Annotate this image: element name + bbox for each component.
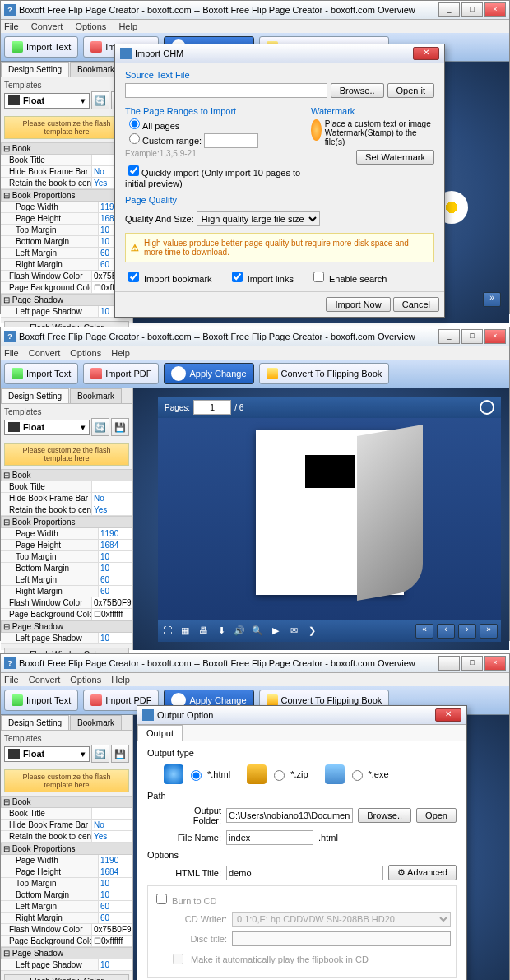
menu-options[interactable]: Options <box>70 675 101 685</box>
quality-select[interactable]: High quality large file size <box>197 211 320 226</box>
tab-design-setting[interactable]: Design Setting <box>1 388 69 403</box>
search-icon[interactable] <box>480 400 494 415</box>
page-input[interactable] <box>193 400 231 415</box>
fullscreen-icon[interactable]: ⛶ <box>161 625 173 637</box>
menubar: FileConvertOptionsHelp <box>1 673 509 686</box>
refresh-icon <box>171 366 186 381</box>
sound-icon[interactable]: 🔊 <box>234 625 245 637</box>
html-radio[interactable] <box>191 770 202 781</box>
import-chm-dialog: Import CHM✕ Source Text File Browse.. Op… <box>114 44 445 318</box>
import-now-button[interactable]: Import Now <box>326 297 390 312</box>
maximize-button[interactable]: □ <box>461 329 483 344</box>
import-text-button[interactable]: Import Text <box>4 363 78 384</box>
exe-icon <box>325 764 345 784</box>
page-flip <box>357 425 423 601</box>
open-folder-button[interactable]: Open <box>416 808 457 823</box>
output-option-dialog: Output Option✕ Output Output type *.html… <box>137 705 467 980</box>
nav-next[interactable]: » <box>483 292 501 307</box>
last-page-button[interactable]: » <box>480 624 498 639</box>
html-title-input[interactable] <box>226 866 383 880</box>
menu-convert[interactable]: Convert <box>29 348 61 358</box>
quickly-import-check[interactable] <box>128 165 139 176</box>
menu-file[interactable]: File <box>4 21 19 31</box>
next-page-button[interactable]: › <box>458 624 476 639</box>
tab-design-setting[interactable]: Design Setting <box>1 62 69 77</box>
left-pane: Design SettingBookmark Templates Float▾🔄… <box>1 715 133 980</box>
disc-title-input <box>232 931 451 946</box>
prev-page-button[interactable]: ‹ <box>437 624 455 639</box>
custom-range-radio[interactable] <box>129 133 140 144</box>
email-icon[interactable]: ✉ <box>288 625 299 637</box>
menu-options[interactable]: Options <box>75 21 106 31</box>
preview-body[interactable] <box>158 418 501 620</box>
download-icon[interactable]: ⬇ <box>216 625 227 637</box>
menu-convert[interactable]: Convert <box>29 675 61 685</box>
app-icon: ? <box>4 4 16 16</box>
dialog-close-button[interactable]: ✕ <box>435 708 461 722</box>
browse-folder-button[interactable]: Browse.. <box>358 808 411 823</box>
minimize-button[interactable]: _ <box>438 2 460 17</box>
template-refresh-button[interactable]: 🔄 <box>91 418 109 436</box>
output-folder-input[interactable] <box>226 808 353 823</box>
advanced-button[interactable]: ⚙ Advanced <box>388 865 457 880</box>
tab-bookmark[interactable]: Bookmark <box>70 715 122 730</box>
import-pdf-button[interactable]: Import PDF <box>83 363 159 384</box>
custom-range-input[interactable] <box>204 133 258 148</box>
menu-convert[interactable]: Convert <box>31 21 63 31</box>
set-watermark-button[interactable]: Set Watermark <box>356 150 434 165</box>
menu-help[interactable]: Help <box>118 21 137 31</box>
maximize-button[interactable]: □ <box>461 656 483 671</box>
first-page-button[interactable]: « <box>415 624 434 639</box>
tab-design-setting[interactable]: Design Setting <box>1 715 69 730</box>
convert-button[interactable]: Convert To Flipping Book <box>259 363 390 384</box>
browse-button[interactable]: Browse.. <box>331 83 384 98</box>
dialog-close-button[interactable]: ✕ <box>413 47 439 60</box>
import-links-check[interactable] <box>232 272 243 282</box>
menu-file[interactable]: File <box>4 348 19 358</box>
menu-help[interactable]: Help <box>111 675 130 685</box>
import-icon <box>12 41 23 53</box>
autoplay-icon[interactable]: ▶ <box>270 625 281 637</box>
open-button[interactable]: Open it <box>387 83 434 98</box>
close-button[interactable]: × <box>484 656 506 671</box>
menu-options[interactable]: Options <box>70 348 101 358</box>
menu-help[interactable]: Help <box>111 348 130 358</box>
template-select[interactable]: Float▾ <box>4 420 90 435</box>
print-icon[interactable]: 🖶 <box>197 625 209 637</box>
pdf-icon <box>90 694 102 706</box>
source-label: Source Text File <box>125 70 434 80</box>
template-save-button[interactable]: 💾 <box>111 418 129 436</box>
tab-output[interactable]: Output <box>137 725 183 741</box>
zoom-icon[interactable]: 🔍 <box>252 625 263 637</box>
thumbnails-icon[interactable]: ▦ <box>179 625 191 637</box>
exe-radio[interactable] <box>352 770 363 781</box>
template-select[interactable]: Float▾ <box>4 746 90 762</box>
customize-bar[interactable]: Please customize the flash template here <box>4 443 129 466</box>
template-save-button[interactable]: 💾 <box>111 745 129 763</box>
enable-search-check[interactable] <box>313 272 324 282</box>
template-refresh-button[interactable]: 🔄 <box>91 91 109 109</box>
template-select[interactable]: Float▾ <box>4 93 90 109</box>
template-refresh-button[interactable]: 🔄 <box>91 745 109 763</box>
customize-bar[interactable]: Please customize the flash template here <box>4 769 129 792</box>
all-pages-radio[interactable] <box>129 118 140 129</box>
import-text-button[interactable]: Import Text <box>4 36 78 58</box>
customize-bar[interactable]: Please customize the flash template here <box>4 116 129 139</box>
import-icon <box>12 368 23 379</box>
file-name-input[interactable] <box>226 830 313 845</box>
apply-change-button[interactable]: Apply Change <box>164 363 253 384</box>
close-button[interactable]: × <box>484 2 506 17</box>
import-bookmark-check[interactable] <box>128 272 139 282</box>
minimize-button[interactable]: _ <box>438 329 460 344</box>
minimize-button[interactable]: _ <box>438 656 460 671</box>
import-text-button[interactable]: Import Text <box>4 690 78 711</box>
share-icon[interactable]: ❯ <box>306 625 318 637</box>
burn-cd-check[interactable] <box>156 894 167 904</box>
tab-bookmark[interactable]: Bookmark <box>70 388 122 403</box>
cancel-button[interactable]: Cancel <box>393 297 439 312</box>
source-file-input[interactable] <box>125 83 327 98</box>
menu-file[interactable]: File <box>4 675 19 685</box>
maximize-button[interactable]: □ <box>461 2 483 17</box>
zip-radio[interactable] <box>274 770 285 781</box>
close-button[interactable]: × <box>484 329 506 344</box>
